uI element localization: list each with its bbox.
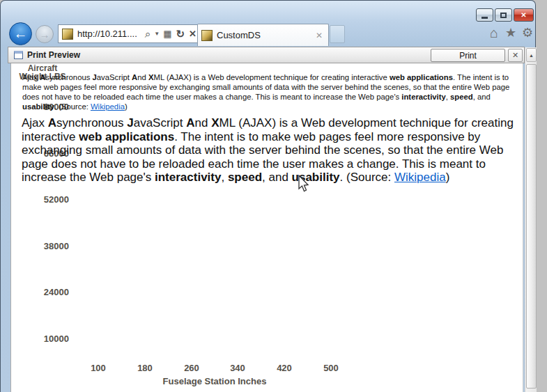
browser-window: ✕ ← → http://10.211.... ⌕ ▼ ▦ ↻ ✕: [0, 0, 536, 392]
vertical-scrollbar[interactable]: ▲: [525, 47, 537, 392]
chart-x-axis-title: Fuselage Station Inches: [128, 376, 302, 386]
close-icon: ✕: [521, 11, 526, 19]
chevron-down-icon[interactable]: ▼: [154, 31, 160, 37]
address-bar[interactable]: http://10.211.... ⌕ ▼ ▦ ↻ ✕: [58, 24, 199, 43]
print-button[interactable]: Print: [431, 49, 505, 62]
compatibility-view-icon[interactable]: ▦: [163, 29, 171, 39]
y-tick-label: 10000: [27, 334, 69, 344]
scrollbar-up-arrow[interactable]: ▲: [526, 48, 537, 62]
tab-close-icon[interactable]: ✕: [316, 31, 323, 40]
print-preview-title: Print Preview: [27, 50, 431, 60]
maximize-icon: [500, 13, 507, 18]
ajax-paragraph-small: Ajax Asynchronous JavaScript And XML (AJ…: [22, 72, 522, 111]
minimize-icon: [481, 17, 488, 19]
scrollbar-thumb[interactable]: [526, 64, 537, 389]
new-tab-button[interactable]: [330, 25, 345, 43]
x-tick-label: 100: [81, 363, 116, 373]
home-icon[interactable]: ⌂: [486, 24, 502, 41]
y-tick-label: 38000: [27, 241, 69, 251]
print-preview-bar: Print Preview Print ✕: [8, 47, 525, 63]
print-preview-window-icon: [14, 51, 23, 59]
y-tick-label: 24000: [27, 287, 69, 297]
url-text[interactable]: http://10.211....: [77, 29, 143, 39]
tab-title: CustomDS: [217, 30, 316, 40]
back-arrow-icon: ←: [14, 26, 28, 42]
maximize-button[interactable]: [495, 8, 512, 22]
site-favicon: [62, 29, 73, 40]
tab-favicon: [201, 30, 213, 41]
address-bar-icons: ⌕ ▼ ▦ ↻ ✕: [143, 28, 199, 40]
minimize-button[interactable]: [476, 8, 493, 22]
x-tick-label: 180: [128, 363, 162, 373]
x-tick-label: 420: [267, 363, 302, 373]
forward-button[interactable]: →: [36, 25, 54, 43]
refresh-icon[interactable]: ↻: [176, 28, 185, 40]
print-preview-close-button[interactable]: ✕: [508, 49, 523, 62]
browser-toolbar-icons: ⌂ ★ ⚙: [486, 24, 536, 41]
tools-gear-icon[interactable]: ⚙: [519, 24, 536, 41]
close-window-button[interactable]: ✕: [514, 8, 534, 22]
back-button[interactable]: ←: [9, 22, 32, 45]
favorites-star-icon[interactable]: ★: [502, 24, 519, 41]
screenshot-root: ✕ ← → http://10.211.... ⌕ ▼ ▦ ↻ ✕: [0, 0, 547, 392]
print-preview-page: AircraftWeight LBS 800006600052000380002…: [10, 63, 523, 392]
x-tick-label: 260: [174, 363, 209, 373]
y-tick-label: 52000: [27, 194, 69, 205]
wikipedia-link[interactable]: Wikipedia: [91, 102, 125, 111]
browser-tab[interactable]: CustomDS ✕: [197, 24, 329, 46]
search-icon[interactable]: ⌕: [145, 28, 151, 40]
stop-icon[interactable]: ✕: [189, 29, 197, 39]
navigation-bar: ← → http://10.211.... ⌕ ▼ ▦ ↻ ✕ CustomDS: [6, 22, 531, 47]
x-tick-label: 340: [220, 363, 255, 373]
window-caption-buttons: ✕: [475, 8, 534, 22]
x-tick-label: 500: [314, 363, 348, 373]
ajax-paragraph-large: Ajax Asynchronous JavaScript And XML (AJ…: [22, 116, 523, 185]
forward-arrow-icon: →: [40, 29, 50, 40]
wikipedia-link[interactable]: Wikipedia: [394, 171, 446, 184]
mouse-cursor: [298, 175, 310, 193]
